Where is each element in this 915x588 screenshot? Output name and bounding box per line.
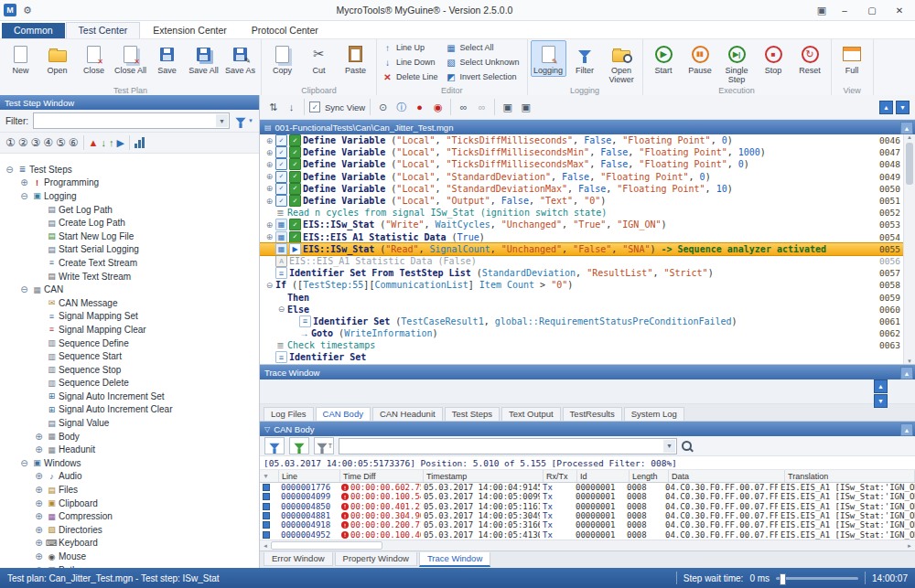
full-button[interactable]: Full — [834, 40, 870, 77]
can-table-row[interactable]: 0000004850!00:00:00.401.216005.03.2017 1… — [260, 502, 915, 511]
scrollbar-down-icon[interactable]: ▼ — [907, 358, 912, 364]
pause-button[interactable]: ▮▮Pause — [683, 40, 718, 77]
filter-apply-button[interactable] — [264, 437, 285, 454]
panel-toggle-icon[interactable]: ▣ — [814, 5, 829, 16]
cut-button[interactable]: ✂Cut — [301, 40, 337, 77]
reset-button[interactable]: ↻Reset — [792, 40, 828, 77]
tree-item-files[interactable]: ⊕▤Files — [0, 483, 259, 497]
invert-selection-button[interactable]: ◩Invert Selection — [444, 69, 524, 84]
tree-item-signal-value[interactable]: ▤Signal Value — [0, 416, 259, 430]
row-reorder-icon[interactable]: ⇅ — [265, 100, 281, 115]
tree-item-write-text-stream[interactable]: ▤Write Text Stream — [0, 270, 259, 283]
editor-line[interactable]: ≡Identifier Set — [260, 351, 904, 363]
trace-filter-dropdown[interactable]: ▼ — [339, 438, 677, 454]
editor-line[interactable]: Then0059 — [260, 291, 904, 303]
tree-item-can-message[interactable]: ✉CAN Message — [0, 296, 259, 310]
can-table-row[interactable]: 0000004918!00:00:00.200.716805.03.2017 1… — [260, 520, 915, 529]
level-5-filter-button[interactable]: ⑤ — [56, 136, 66, 149]
tree-item-sequence-stop[interactable]: ▥Sequence Stop — [0, 363, 259, 377]
tree-item-directories[interactable]: ⊕▨Directories — [0, 523, 259, 537]
editor-line[interactable]: ▦▶EIS::ISw_Stat ("Read", SignalCount, "U… — [260, 243, 904, 255]
level-4-filter-button[interactable]: ④ — [43, 136, 53, 149]
level-3-filter-button[interactable]: ③ — [31, 136, 41, 149]
trace-tab-test-steps[interactable]: Test Steps — [445, 407, 500, 421]
dock-tab-error-window[interactable]: Error Window — [264, 552, 333, 566]
paste-button[interactable]: Paste — [338, 40, 373, 77]
close-button[interactable]: ✕Close — [76, 40, 112, 77]
scroll-up-button[interactable]: ▲ — [879, 101, 893, 114]
editor-line[interactable]: ≣Read n cycles from signal ISw_Stat (ign… — [260, 207, 904, 219]
minimize-button[interactable]: – — [833, 2, 856, 18]
filter-options-button[interactable]: ▼ — [234, 117, 253, 124]
settings-icon[interactable]: ⚙ — [20, 5, 35, 16]
can-table-row[interactable]: 0000004099!00:00:00.100.541605.03.2017 1… — [260, 492, 915, 501]
scroll-left-icon[interactable]: ◄ — [260, 543, 271, 549]
unlink-icon[interactable]: ∞ — [474, 100, 490, 115]
column-header-id[interactable]: Id — [577, 470, 630, 482]
trace-tab-can-body[interactable]: CAN Body — [316, 407, 371, 421]
tree-item-headunit[interactable]: ⊕▦Headunit — [0, 443, 259, 456]
tree-item-signal-auto-increment-clear[interactable]: ⊞Signal Auto Increment Clear — [0, 403, 259, 417]
trace-tab-system-log[interactable]: System Log — [624, 407, 684, 421]
column-header-translation[interactable]: Translation — [785, 470, 915, 482]
dock-tab-property-window[interactable]: Property Window — [335, 552, 417, 566]
stop-button[interactable]: ■Stop — [756, 40, 791, 77]
link-icon[interactable]: ∞ — [456, 100, 471, 115]
scroll-to-step-icon[interactable]: ↓ — [284, 100, 299, 115]
save-as-button[interactable]: ✎Save As — [222, 40, 258, 77]
start-button[interactable]: ▶Start — [646, 40, 682, 77]
trace-tab-log-files[interactable]: Log Files — [264, 407, 314, 421]
column-header-data[interactable]: Data — [669, 470, 785, 482]
select-unknown-button[interactable]: ▧Select Unknown — [444, 55, 524, 69]
tree-item-start-serial-logging[interactable]: ▤Start Serial Logging — [0, 243, 259, 257]
filter-dropdown[interactable]: ▼ — [33, 112, 230, 129]
copy-button[interactable]: Copy — [264, 40, 300, 77]
record-all-icon[interactable]: ◉ — [430, 100, 446, 115]
tree-item-create-log-path[interactable]: ▤Create Log Path — [0, 216, 259, 230]
run-step-icon[interactable]: ▶ — [116, 137, 124, 149]
editor-line[interactable]: ≣Check timestamps0063 — [260, 339, 904, 351]
line-up-button[interactable]: ↑Line Up — [380, 40, 443, 55]
trace-tab-can-headunit[interactable]: CAN Headunit — [372, 407, 443, 421]
close-button[interactable]: ✕ — [888, 2, 911, 18]
editor-line[interactable]: AEIS::EIS_A1 Statistic Data (False)0056 — [260, 255, 904, 267]
statistics-chart-icon[interactable] — [135, 137, 145, 148]
ribbon-tab-extension-center[interactable]: Extension Center — [141, 23, 239, 38]
error-marker-icon[interactable]: ▲ — [89, 137, 99, 148]
search-icon[interactable] — [682, 441, 692, 451]
trace-tab-text-output[interactable]: Text Output — [501, 407, 561, 421]
editor-line[interactable]: ⊕▦✓EIS::ISw_Stat ("Write", WaitCycles, "… — [260, 219, 904, 230]
maximize-button[interactable]: ▢ — [860, 2, 884, 18]
filter-button[interactable]: Filter — [567, 40, 603, 77]
ribbon-tab-common[interactable]: Common — [2, 23, 65, 38]
tree-item-programming[interactable]: ⊕!Programming — [0, 176, 259, 190]
save-button[interactable]: Save — [149, 40, 185, 77]
delete-line-button[interactable]: ✕Delete Line — [380, 69, 443, 84]
column-header-timestamp[interactable]: Timestamp — [424, 470, 544, 482]
editor-line[interactable]: ⊕▦✓EIS::EIS_A1 Statistic Data (True)0054 — [260, 231, 904, 243]
can-table-row[interactable]: 0000004881!00:00:00.304.908805.03.2017 1… — [260, 511, 915, 520]
tree-item-sequence-define[interactable]: ▥Sequence Define — [0, 337, 259, 350]
editor-line[interactable]: ⊕✓✓Define Variable ("Local", "Output", F… — [260, 195, 904, 207]
tree-item-audio[interactable]: ⊕♪Audio — [0, 470, 259, 484]
editor-line[interactable]: ⊕✓✓Define Variable ("Local", "StandardDe… — [260, 183, 904, 195]
column-header-length[interactable]: Length — [630, 470, 669, 482]
column-header-rx-tx[interactable]: Rx/Tx — [544, 470, 577, 482]
tree-item-logging[interactable]: ⊖▣Logging — [0, 189, 259, 203]
can-table-row[interactable]: 0000004952!00:00:00.100.460805.03.2017 1… — [260, 529, 915, 539]
editor-line[interactable]: ⊖If ([TestStep:55][CommunicationList] It… — [260, 279, 904, 291]
step-wait-slider[interactable] — [776, 577, 858, 580]
sync-view-checkbox[interactable]: ✓ — [309, 102, 320, 112]
select-all-button[interactable]: ▦Select All — [444, 40, 524, 55]
record-icon[interactable]: ● — [412, 100, 427, 115]
open-viewer-button[interactable]: Open Viewer — [604, 40, 640, 85]
tree-item-signal-auto-increment-set[interactable]: ⊞Signal Auto Increment Set — [0, 390, 259, 403]
snapshot-all-icon[interactable]: ▣ — [518, 100, 533, 115]
slider-thumb[interactable] — [780, 573, 786, 585]
hscrollbar-thumb[interactable] — [271, 541, 382, 550]
tree-item-compression[interactable]: ⊕▦Compression — [0, 509, 259, 523]
open-button[interactable]: Open — [39, 40, 75, 77]
tree-item-can[interactable]: ⊖▦CAN — [0, 283, 259, 296]
scroll-down-button[interactable]: ▼ — [896, 101, 910, 114]
ribbon-tab-protocol-center[interactable]: Protocol Center — [240, 23, 330, 38]
